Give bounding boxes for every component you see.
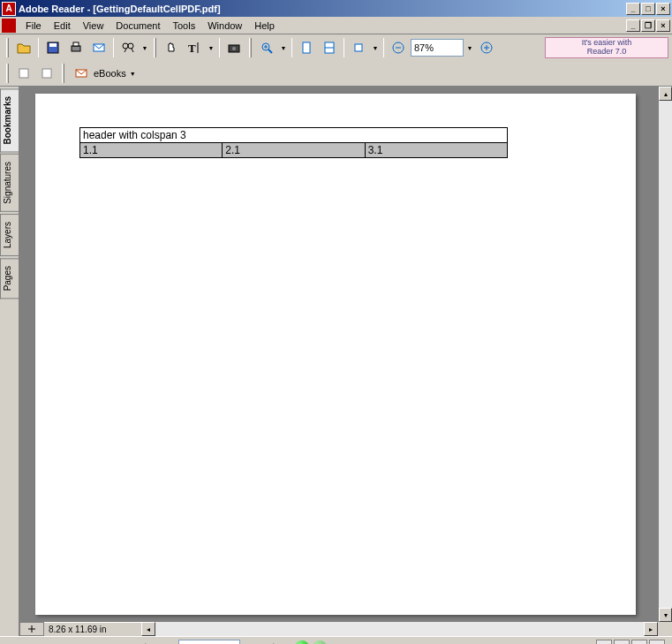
sidebar-tab-bookmarks[interactable]: Bookmarks — [0, 88, 19, 152]
scroll-down-button[interactable]: ▾ — [659, 608, 672, 622]
sidebar-tab-signatures[interactable]: Signatures — [0, 154, 19, 212]
mdi-buttons: _ ❐ × — [626, 19, 670, 32]
first-page-button[interactable]: |◂ — [140, 640, 155, 645]
svg-rect-2 — [72, 46, 80, 51]
scroll-track[interactable] — [659, 101, 672, 608]
menu-bar: File Edit View Document Tools Window Hel… — [0, 17, 672, 34]
toolbar-row-2: eBooks ▼ — [0, 61, 672, 86]
zoom-level-dropdown[interactable]: ▼ — [465, 45, 474, 51]
menu-document[interactable]: Document — [109, 19, 166, 33]
close-button[interactable]: × — [656, 3, 670, 15]
single-page-view-button[interactable] — [596, 640, 612, 645]
menu-file[interactable]: File — [19, 19, 48, 33]
search-button[interactable] — [117, 37, 139, 58]
next-page-button[interactable]: ▸ — [244, 640, 260, 645]
text-select-button[interactable]: T — [184, 37, 205, 58]
sidebar: Bookmarks Signatures Layers Pages — [0, 87, 19, 636]
mdi-restore-button[interactable]: ❐ — [641, 19, 655, 32]
minimize-button[interactable]: _ — [626, 3, 640, 15]
view-mode-buttons — [596, 640, 665, 645]
table-header-cell: header with colspan 3 — [80, 128, 508, 143]
toolbar-row-1: ▼ T ▼ ▼ ▼ ▼ It's easier with Reader 7.0 — [0, 34, 672, 61]
menu-window[interactable]: Window — [201, 19, 248, 33]
svg-point-6 — [128, 43, 133, 49]
continuous-facing-view-button[interactable] — [649, 640, 665, 645]
email-button[interactable] — [88, 37, 109, 58]
menu-edit[interactable]: Edit — [48, 19, 77, 33]
svg-point-9 — [232, 47, 236, 50]
svg-text:T: T — [188, 42, 196, 55]
mdi-minimize-button[interactable]: _ — [626, 19, 640, 32]
ebooks-button[interactable]: eBooks ▼ — [69, 63, 141, 84]
maximize-button[interactable]: □ — [641, 3, 655, 15]
pdf-page: header with colspan 3 1.1 2.1 3.1 — [35, 94, 636, 615]
sidebar-tab-pages[interactable]: Pages — [0, 258, 19, 299]
last-page-button[interactable]: ▸| — [263, 640, 279, 645]
menu-help[interactable]: Help — [248, 19, 281, 33]
toolbar-grip[interactable] — [154, 38, 156, 57]
open-button[interactable] — [13, 37, 34, 58]
fit-width-button[interactable] — [319, 37, 340, 58]
table-cell: 1.1 — [80, 143, 223, 158]
scroll-right-button[interactable]: ▸ — [644, 622, 658, 636]
forward-button[interactable]: ▸ — [313, 640, 327, 645]
table-cell: 3.1 — [365, 143, 507, 158]
promo-banner[interactable]: It's easier with Reader 7.0 — [545, 37, 668, 58]
read-aloud-button[interactable] — [36, 63, 57, 84]
snapshot-button[interactable] — [223, 37, 245, 58]
select-dropdown[interactable]: ▼ — [207, 45, 215, 51]
promo-line2: Reader 7.0 — [582, 48, 632, 57]
page-size-icon[interactable] — [19, 622, 44, 636]
page-viewport[interactable]: header with colspan 3 1.1 2.1 3.1 — [19, 87, 658, 622]
continuous-view-button[interactable] — [614, 640, 630, 645]
toolbar-grip[interactable] — [249, 38, 252, 57]
search-dropdown[interactable]: ▼ — [140, 45, 149, 51]
zoom-in-button[interactable] — [256, 37, 277, 58]
ebooks-icon — [74, 66, 90, 80]
toolbar-area: ▼ T ▼ ▼ ▼ ▼ It's easier with Reader 7.0 — [0, 34, 672, 87]
svg-rect-1 — [49, 43, 57, 47]
accessibility-button[interactable] — [13, 63, 34, 84]
zoom-dropdown[interactable]: ▼ — [279, 45, 288, 51]
toolbar-grip[interactable] — [6, 38, 9, 57]
fit-page-button[interactable] — [296, 37, 317, 58]
hscroll-track[interactable] — [155, 622, 644, 636]
doc-icon[interactable] — [2, 19, 16, 33]
scroll-up-button[interactable]: ▴ — [659, 87, 672, 101]
svg-rect-16 — [19, 69, 28, 78]
page-nav-group: |◂ ◂ ▸ ▸| ◂ ▸ — [140, 640, 327, 645]
scroll-left-button[interactable]: ◂ — [141, 622, 155, 636]
zoom-in-plus-button[interactable] — [476, 37, 497, 58]
facing-view-button[interactable] — [631, 640, 647, 645]
vertical-scrollbar[interactable]: ▴ ▾ — [658, 87, 672, 622]
app-icon: A — [2, 2, 16, 16]
horizontal-strip: 8.26 x 11.69 in ◂ ▸ — [19, 622, 672, 636]
toolbar-grip[interactable] — [62, 64, 64, 83]
window-title: Adobe Reader - [GettingDefaultCellPDF.pd… — [19, 4, 626, 14]
ebooks-label: eBooks — [94, 68, 126, 79]
status-bar: |◂ ◂ ▸ ▸| ◂ ▸ — [0, 636, 672, 644]
save-button[interactable] — [42, 37, 64, 58]
document-scroll: header with colspan 3 1.1 2.1 3.1 ▴ ▾ — [19, 87, 672, 622]
main-area: Bookmarks Signatures Layers Pages header… — [0, 87, 672, 636]
rotate-dropdown[interactable]: ▼ — [371, 45, 380, 51]
svg-rect-11 — [303, 42, 310, 53]
svg-rect-13 — [355, 44, 362, 51]
page-dimensions: 8.26 x 11.69 in — [44, 622, 141, 636]
menu-view[interactable]: View — [77, 19, 110, 33]
rotate-button[interactable] — [348, 37, 369, 58]
toolbar-grip[interactable] — [6, 64, 9, 83]
mdi-close-button[interactable]: × — [656, 19, 670, 32]
sidebar-tab-layers[interactable]: Layers — [0, 214, 19, 256]
svg-rect-3 — [73, 42, 79, 46]
zoom-out-button[interactable] — [388, 37, 409, 58]
back-button[interactable]: ◂ — [295, 640, 309, 645]
pdf-table: header with colspan 3 1.1 2.1 3.1 — [79, 127, 508, 158]
print-button[interactable] — [65, 37, 87, 58]
menu-tools[interactable]: Tools — [167, 19, 202, 33]
svg-rect-17 — [42, 69, 51, 78]
page-number-input[interactable] — [178, 640, 240, 645]
prev-page-button[interactable]: ◂ — [159, 640, 175, 645]
hand-tool-button[interactable] — [161, 37, 182, 58]
zoom-input[interactable] — [411, 39, 464, 57]
